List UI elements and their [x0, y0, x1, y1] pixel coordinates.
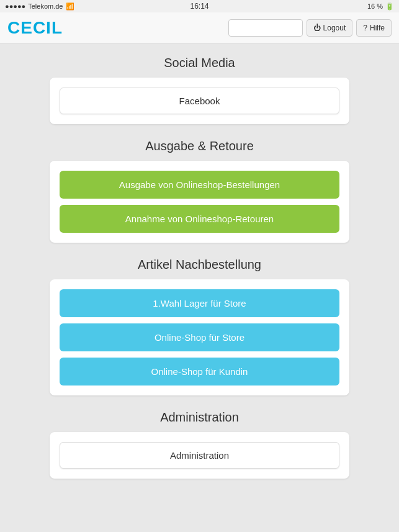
help-icon: ? [363, 24, 367, 32]
section-card-administration: Administration [50, 432, 349, 479]
logout-label: Logout [323, 24, 346, 32]
section-title-artikel-nachbestellung: Artikel Nachbestellung [50, 258, 349, 272]
battery-label: 16 % [367, 2, 383, 10]
status-bar: ●●●●● Telekom.de 📶 16:14 16 % 🔋 [0, 0, 399, 12]
section-title-administration: Administration [50, 410, 349, 425]
section-artikel-nachbestellung: Artikel Nachbestellung 1.Wahl Lager für … [50, 258, 349, 395]
section-title-ausgabe-retoure: Ausgabe & Retoure [50, 139, 349, 153]
ausgabe-onlineshop-button[interactable]: Ausgabe von Onlineshop-Bestellungen [60, 171, 339, 199]
navbar-right: ⏻ Logout ? Hilfe [228, 19, 392, 37]
section-social-media: Social Media Facebook [50, 56, 349, 124]
help-label: Hilfe [370, 24, 385, 32]
section-ausgabe-retoure: Ausgabe & Retoure Ausgabe von Onlineshop… [50, 139, 349, 243]
power-icon: ⏻ [313, 24, 321, 32]
section-card-ausgabe-retoure: Ausgabe von Onlineshop-Bestellungen Anna… [50, 161, 349, 243]
section-card-social-media: Facebook [50, 78, 349, 124]
online-shop-kundin-button[interactable]: Online-Shop für Kundin [60, 358, 339, 385]
battery-icon: 🔋 [385, 2, 394, 11]
section-title-social-media: Social Media [50, 56, 349, 70]
status-bar-left: ●●●●● Telekom.de 📶 [5, 2, 74, 11]
signal-dots: ●●●●● [5, 2, 25, 10]
navbar: CECIL ⏻ Logout ? Hilfe [0, 12, 399, 43]
help-button[interactable]: ? Hilfe [356, 19, 392, 37]
carrier-label: Telekom.de [28, 2, 63, 10]
wahl-lager-button[interactable]: 1.Wahl Lager für Store [60, 289, 339, 317]
facebook-button[interactable]: Facebook [60, 88, 339, 114]
section-administration: Administration Administration [50, 410, 349, 479]
main-content: Social Media Facebook Ausgabe & Retoure … [0, 43, 399, 532]
wifi-icon: 📶 [66, 2, 74, 11]
logout-button[interactable]: ⏻ Logout [307, 19, 353, 37]
section-card-artikel-nachbestellung: 1.Wahl Lager für Store Online-Shop für S… [50, 279, 349, 395]
search-input[interactable] [228, 19, 303, 37]
administration-button[interactable]: Administration [60, 442, 339, 469]
time-label: 16:14 [190, 2, 208, 11]
status-bar-right: 16 % 🔋 [367, 2, 394, 11]
online-shop-store-button[interactable]: Online-Shop für Store [60, 323, 339, 351]
annahme-retouren-button[interactable]: Annahme von Onlineshop-Retouren [60, 205, 339, 233]
brand-logo: CECIL [7, 18, 63, 38]
